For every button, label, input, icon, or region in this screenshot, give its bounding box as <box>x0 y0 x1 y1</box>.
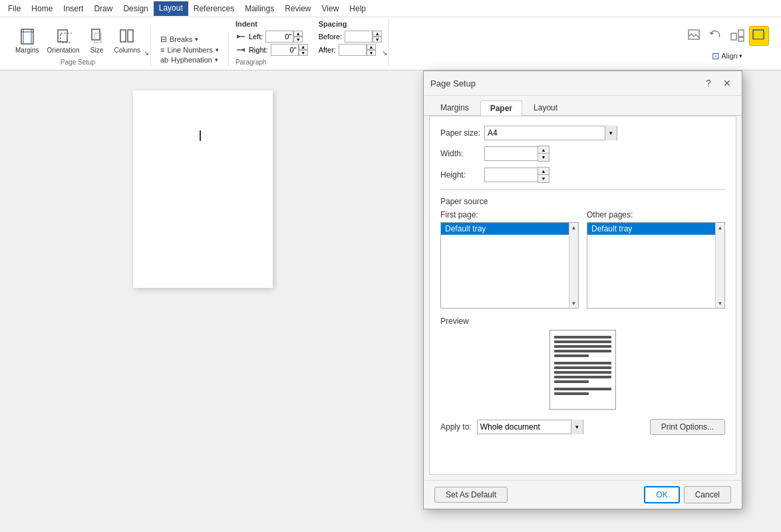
ribbon-orientation-button[interactable]: Orientation <box>44 26 83 56</box>
spacing-group: Spacing Before: ▲ ▼ After: <box>319 20 382 56</box>
ribbon-line-numbers-button[interactable]: ≡ Line Numbers ▾ <box>158 45 222 55</box>
other-pages-listbox[interactable]: Default tray ▲ ▼ <box>587 222 725 309</box>
indent-right-decrement[interactable]: ▼ <box>299 50 308 56</box>
undo-icon-btn[interactable] <box>706 26 726 46</box>
dialog-help-button[interactable]: ? <box>701 75 716 91</box>
menu-draw[interactable]: Draw <box>88 2 118 15</box>
menu-help[interactable]: Help <box>344 2 371 15</box>
other-pages-col: Other pages: Default tray ▲ ▼ <box>587 210 725 309</box>
paper-source-columns: First page: Default tray ▲ ▼ Other pages… <box>440 210 725 309</box>
menu-view[interactable]: View <box>317 2 345 15</box>
menu-layout[interactable]: Layout <box>154 1 188 16</box>
dialog-close-button[interactable]: ✕ <box>719 75 735 91</box>
menu-references[interactable]: References <box>188 2 239 15</box>
paper-size-arrow-icon[interactable]: ▾ <box>605 126 617 140</box>
spacing-after-spin-buttons: ▲ ▼ <box>367 44 376 56</box>
spacing-before-input[interactable] <box>345 31 373 43</box>
height-row: Height: 11.69" ▲ ▼ <box>440 167 725 183</box>
page-setup-expand-icon[interactable]: ↘ <box>144 49 149 57</box>
preview-line-8 <box>554 371 611 374</box>
indent-right-input[interactable]: 0" <box>271 44 299 56</box>
ribbon-margins-button[interactable]: Margins <box>12 26 43 56</box>
cancel-button[interactable]: Cancel <box>684 486 731 503</box>
indent-right-spin[interactable]: 0" ▲ ▼ <box>271 44 308 56</box>
spacing-after-increment[interactable]: ▲ <box>367 44 376 50</box>
spacing-before-increment[interactable]: ▲ <box>373 31 382 37</box>
other-pages-scroll-up[interactable]: ▲ <box>716 223 725 232</box>
apply-to-select-wrapper[interactable]: Whole document ▾ <box>477 420 583 434</box>
first-page-label: First page: <box>440 210 579 219</box>
paper-size-select-wrapper[interactable]: A4 Letter Legal A4 ▾ <box>484 126 617 140</box>
dialog-content: Paper size: A4 Letter Legal A4 ▾ Width: … <box>429 116 736 475</box>
apply-to-row: Apply to: Whole document ▾ Print Options… <box>440 419 725 435</box>
image-icon-btn[interactable] <box>685 26 705 46</box>
preview-line-1 <box>554 336 611 338</box>
menu-home[interactable]: Home <box>26 2 58 15</box>
ok-button[interactable]: OK <box>644 486 679 503</box>
menubar: File Home Insert Draw Design Layout Refe… <box>0 0 781 17</box>
height-decrement[interactable]: ▼ <box>538 175 549 182</box>
width-decrement[interactable]: ▼ <box>538 154 549 161</box>
preview-line-5 <box>554 354 589 357</box>
first-page-scroll-up[interactable]: ▲ <box>569 223 579 232</box>
menu-design[interactable]: Design <box>118 2 153 15</box>
svg-rect-4 <box>58 30 67 42</box>
print-options-button[interactable]: Print Options... <box>650 419 725 435</box>
ribbon-columns-button[interactable]: Columns <box>111 26 144 56</box>
other-pages-label: Other pages: <box>587 210 725 219</box>
ribbon-size-button[interactable]: Size <box>84 26 110 56</box>
ribbon-align-button[interactable]: ⊡ Align ▾ <box>708 49 746 63</box>
preview-section: Preview <box>440 317 725 410</box>
spacing-before-decrement[interactable]: ▼ <box>373 37 382 43</box>
other-pages-scroll-down[interactable]: ▼ <box>716 299 725 308</box>
height-increment[interactable]: ▲ <box>538 168 549 175</box>
set-as-default-button[interactable]: Set As Default <box>434 487 508 503</box>
page-setup-dialog: Page Setup ? ✕ Margins Paper Layout Pape… <box>423 70 742 509</box>
breaks-icon: ⊟ <box>160 35 167 44</box>
tab-paper[interactable]: Paper <box>480 100 522 116</box>
orientation-icon <box>54 28 73 47</box>
height-input[interactable]: 11.69" <box>484 168 538 182</box>
indent-left-spin[interactable]: 0" ▲ ▼ <box>265 31 303 43</box>
svg-rect-18 <box>753 30 764 39</box>
ribbon-group-breaks: ⊟ Breaks ▾ ≡ Line Numbers ▾ ab Hyphenati… <box>151 33 229 66</box>
spacing-after-input[interactable] <box>339 44 367 56</box>
menu-review[interactable]: Review <box>279 2 316 15</box>
menu-insert[interactable]: Insert <box>58 2 88 15</box>
ribbon-breaks-buttons: ⊟ Breaks ▾ ≡ Line Numbers ▾ ab Hyphenati… <box>158 34 222 65</box>
first-page-scroll-down[interactable]: ▼ <box>569 299 579 308</box>
spacing-after-spin[interactable]: ▲ ▼ <box>339 44 376 56</box>
columns-icon <box>118 28 136 47</box>
preview-line-10 <box>554 380 589 383</box>
ribbon-breaks-button[interactable]: ⊟ Breaks ▾ <box>158 34 222 45</box>
indent-right-increment[interactable]: ▲ <box>299 44 308 50</box>
indent-left-input[interactable]: 0" <box>265 31 293 43</box>
first-page-listbox[interactable]: Default tray ▲ ▼ <box>440 222 579 309</box>
ribbon-hyphenation-button[interactable]: ab Hyphenation ▾ <box>158 55 222 65</box>
preview-line-4 <box>554 350 611 352</box>
spacing-after-decrement[interactable]: ▼ <box>367 50 376 56</box>
dialog-overlay: Page Setup ? ✕ Margins Paper Layout Pape… <box>0 70 781 532</box>
highlighted-btn[interactable] <box>749 26 769 46</box>
indent-left-row: Left: 0" ▲ ▼ <box>235 31 308 43</box>
svg-rect-17 <box>738 37 744 41</box>
width-increment[interactable]: ▲ <box>538 146 549 154</box>
width-spin[interactable]: 8.27" ▲ ▼ <box>484 146 549 162</box>
height-spin[interactable]: 11.69" ▲ ▼ <box>484 167 549 183</box>
menu-mailings[interactable]: Mailings <box>239 2 279 15</box>
paragraph-expand-icon[interactable]: ↘ <box>382 49 387 57</box>
width-input[interactable]: 8.27" <box>484 146 538 161</box>
apply-to-label: Apply to: <box>440 422 472 432</box>
first-page-default-tray[interactable]: Default tray <box>441 223 578 235</box>
menu-file[interactable]: File <box>3 2 26 15</box>
shape-icon-btn[interactable] <box>728 26 748 46</box>
ribbon-page-setup-buttons: Margins Orientation Size <box>12 26 144 56</box>
indent-left-increment[interactable]: ▲ <box>293 31 303 37</box>
apply-to-arrow-icon[interactable]: ▾ <box>571 420 583 434</box>
tab-margins[interactable]: Margins <box>430 100 479 115</box>
other-pages-default-tray[interactable]: Default tray <box>587 223 724 235</box>
width-spin-buttons: ▲ ▼ <box>538 146 549 162</box>
tab-layout[interactable]: Layout <box>524 100 567 115</box>
spacing-before-spin[interactable]: ▲ ▼ <box>345 31 382 43</box>
indent-left-decrement[interactable]: ▼ <box>293 37 303 43</box>
